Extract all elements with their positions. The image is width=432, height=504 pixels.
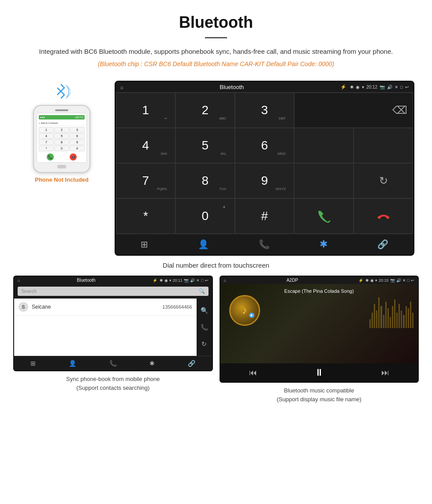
nav-grid-icon[interactable]: ⊞ — [141, 239, 148, 250]
bluetooth-signal-icon — [53, 81, 71, 103]
pb-nav-grid[interactable]: ⊞ — [30, 360, 36, 367]
phonebook-card: ⌂ Bluetooth ⚡ ✱ ◉ ▾ 20:11 📷 🔊 ✕ □ ↩ — [13, 276, 213, 403]
pb-usb-icon: ⚡ — [153, 278, 157, 283]
phone-image: ●●●MOTO + Add to Contacts 1 2 3 4 5 6 7 … — [33, 105, 90, 173]
screen-title: Bluetooth — [127, 84, 337, 90]
key-4[interactable]: 4 GHI — [116, 128, 175, 163]
nav-contact-icon[interactable]: 👤 — [198, 239, 209, 250]
nav-phone-icon[interactable]: 📞 — [259, 239, 270, 250]
key-9[interactable]: 9 WXYZ — [235, 163, 294, 198]
phonebook-contact-list: S Seicane 13566664466 — [14, 299, 197, 356]
back-icon[interactable]: ↩ — [405, 85, 409, 90]
phone-keypad: 1 2 3 4 5 6 7 8 9 * 0 # — [39, 127, 85, 151]
key-0[interactable]: 0 + — [175, 198, 235, 234]
header-description: Integrated with BC6 Bluetooth module, su… — [26, 46, 406, 57]
empty-42 — [294, 128, 354, 163]
nav-bluetooth-icon[interactable]: ✱ — [320, 239, 328, 250]
pb-home-icon[interactable]: ⌂ — [18, 278, 20, 283]
music-note-icon: ♪ — [242, 304, 247, 317]
key-8[interactable]: 8 TUV — [175, 163, 235, 198]
key-1[interactable]: 1 ∞ — [116, 93, 175, 128]
phone-screen: ●●●MOTO + Add to Contacts 1 2 3 4 5 6 7 … — [37, 113, 87, 163]
key-star[interactable]: * — [116, 198, 175, 234]
location-icon: ◉ — [356, 85, 360, 90]
prev-track-button[interactable]: ⏮ — [249, 368, 257, 377]
empty-52 — [354, 128, 413, 163]
key-hash[interactable]: # — [235, 198, 294, 234]
pb-screen-title: Bluetooth — [22, 278, 150, 283]
pb-nav-bluetooth[interactable]: ✱ — [149, 360, 155, 367]
refresh-icon: ↻ — [379, 175, 388, 187]
search-bar: Search 🔍 — [18, 287, 209, 296]
search-placeholder: Search — [21, 288, 37, 294]
pb-nav-phone[interactable]: 📞 — [109, 360, 117, 367]
camera-icon[interactable]: 📷 — [380, 85, 385, 90]
home-icon[interactable]: ⌂ — [120, 85, 123, 90]
music-controls: ⏮ ⏸ ⏭ — [220, 363, 418, 382]
music-card: ⌂ A2DP ⚡ ✱ ◉ ▾ 20:15 📷 🔊 ✕ □ ↩ Escape (T… — [220, 276, 419, 403]
bluetooth-status-icon: ✱ — [350, 85, 354, 90]
car-screen-dial: ⌂ Bluetooth ⚡ ✱ ◉ ▾ 20:12 📷 🔊 ✕ □ ↩ 1 ∞ — [115, 81, 414, 256]
music-status-bar: ⌂ A2DP ⚡ ✱ ◉ ▾ 20:15 📷 🔊 ✕ □ ↩ — [220, 276, 418, 284]
contact-item[interactable]: S Seicane 13566664466 — [14, 299, 197, 316]
search-icon[interactable]: 🔍 — [199, 288, 205, 294]
music-body: Escape (The Pina Colada Song) ♪ ✱ — [220, 284, 418, 363]
music-screen: ⌂ A2DP ⚡ ✱ ◉ ▾ 20:15 📷 🔊 ✕ □ ↩ Escape (T… — [220, 276, 419, 383]
dial-display: ⌫ — [294, 93, 413, 128]
bottom-screenshots-row: ⌂ Bluetooth ⚡ ✱ ◉ ▾ 20:11 📷 🔊 ✕ □ ↩ — [0, 276, 432, 412]
phonebook-layout: S Seicane 13566664466 🔍 📞 ↻ — [14, 299, 212, 356]
page-title: Bluetooth — [26, 13, 406, 32]
phonebook-caption: Sync phone-book from mobile phone(Suppor… — [66, 375, 160, 392]
time-display: 20:12 — [366, 85, 377, 90]
next-track-button[interactable]: ⏭ — [381, 368, 389, 377]
close-icon[interactable]: ✕ — [395, 85, 398, 90]
mu-screen-title: A2DP — [228, 278, 356, 283]
phone-not-included-label: Phone Not Included — [35, 176, 89, 183]
header-specs: (Bluetooth chip : CSR BC6 Default Blueto… — [26, 60, 406, 67]
pb-nav-link[interactable]: 🔗 — [188, 360, 195, 367]
key-6[interactable]: 6 MNO — [235, 128, 294, 163]
volume-icon[interactable]: 🔊 — [387, 85, 392, 90]
call-icon — [317, 209, 331, 223]
side-phone-icon[interactable]: 📞 — [201, 324, 208, 331]
pb-status-icons: ✱ ◉ ▾ 20:11 📷 🔊 ✕ □ ↩ — [160, 278, 209, 283]
key-2[interactable]: 2 ABC — [175, 93, 235, 128]
phonebook-status-bar: ⌂ Bluetooth ⚡ ✱ ◉ ▾ 20:11 📷 🔊 ✕ □ ↩ — [14, 276, 212, 284]
side-refresh-icon[interactable]: ↻ — [201, 340, 207, 347]
end-icon — [376, 211, 391, 221]
side-search-icon[interactable]: 🔍 — [201, 307, 208, 314]
nav-link-icon[interactable]: 🔗 — [377, 239, 388, 250]
phone-home-button — [57, 165, 66, 168]
pb-nav-contact[interactable]: 👤 — [69, 360, 76, 367]
phone-end-button: 📵 — [70, 153, 77, 161]
end-call-button[interactable] — [354, 198, 413, 234]
phone-speaker — [55, 109, 68, 111]
phone-call-button: 📞 — [47, 153, 54, 161]
key-5[interactable]: 5 JKL — [175, 128, 235, 163]
call-button[interactable] — [294, 198, 354, 234]
phonebook-bottom-nav: ⊞ 👤 📞 ✱ 🔗 — [14, 356, 212, 370]
phone-container: ●●●MOTO + Add to Contacts 1 2 3 4 5 6 7 … — [18, 81, 106, 183]
page-header: Bluetooth Integrated with BC6 Bluetooth … — [0, 0, 432, 76]
play-pause-button[interactable]: ⏸ — [314, 367, 324, 378]
phone-status-bar: ●●●MOTO — [39, 115, 85, 119]
usb-icon: ⚡ — [340, 84, 346, 90]
mu-home-icon[interactable]: ⌂ — [224, 278, 226, 283]
phone-add-contact: + Add to Contacts — [39, 121, 85, 126]
key-7[interactable]: 7 PQRS — [116, 163, 175, 198]
phonebook-screen: ⌂ Bluetooth ⚡ ✱ ◉ ▾ 20:11 📷 🔊 ✕ □ ↩ — [13, 276, 213, 371]
refresh-button[interactable]: ↻ — [354, 163, 413, 198]
dial-caption: Dial number direct from touchscreen — [0, 258, 432, 276]
key-3[interactable]: 3 DEF — [235, 93, 294, 128]
phonebook-search-area: Search 🔍 — [14, 284, 212, 299]
contact-avatar: S — [19, 302, 28, 312]
header-divider — [205, 37, 227, 38]
bluetooth-overlay-icon: ✱ — [249, 313, 254, 318]
window-icon[interactable]: □ — [400, 85, 403, 90]
backspace-icon[interactable]: ⌫ — [392, 104, 407, 116]
mu-status-icons: ✱ ◉ ▾ 20:15 📷 🔊 ✕ □ ↩ — [365, 278, 414, 283]
mu-time: 20:15 — [379, 278, 389, 283]
car-status-bar: ⌂ Bluetooth ⚡ ✱ ◉ ▾ 20:12 📷 🔊 ✕ □ ↩ — [116, 82, 413, 92]
music-caption: Bluetooth music compatible(Support displ… — [277, 386, 361, 403]
equalizer-bars — [369, 288, 413, 328]
